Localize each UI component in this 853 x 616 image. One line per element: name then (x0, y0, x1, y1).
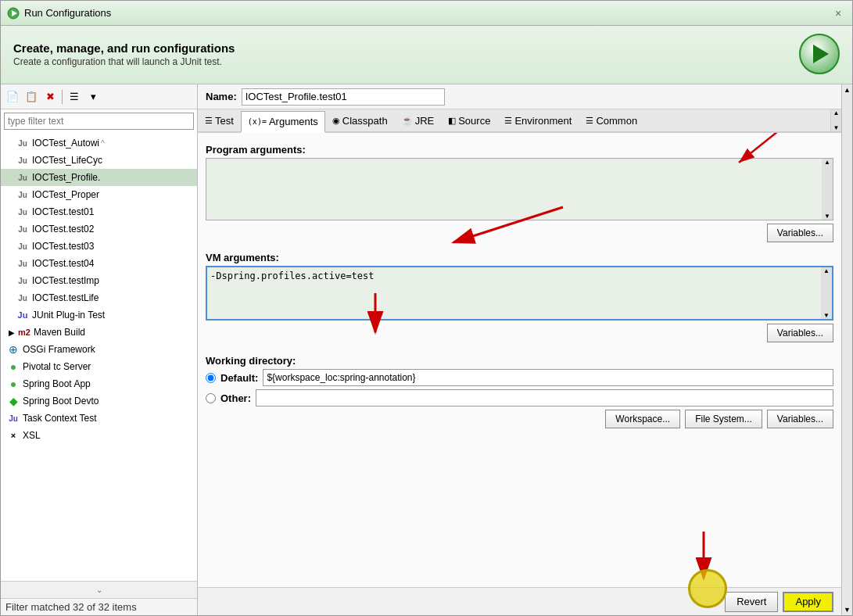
config-tree: Ju IOCTest_Autowi ^ Ju IOCTest_LifeCyc J… (1, 133, 197, 581)
tree-item-ioctest-test02[interactable]: Ju IOCTest.test02 (1, 220, 197, 238)
default-dir-input[interactable] (263, 369, 833, 386)
scroll-up-icon[interactable]: ▲ (824, 159, 830, 166)
tree-item-ioctest-test01[interactable]: Ju IOCTest.test01 (1, 203, 197, 220)
working-dir-buttons: Workspace... File System... Variables... (206, 410, 833, 428)
window-title: Run Configurations (24, 7, 830, 19)
scroll-up-icon[interactable]: ▲ (823, 267, 830, 274)
working-dir-section: Working directory: Default: Other: Works… (206, 352, 833, 428)
args-tab-icon: (x)= (248, 117, 267, 126)
content-scrollbar-up[interactable]: ▲ ▼ (830, 109, 841, 131)
tree-label: XSL (23, 430, 41, 441)
vm-args-scrollbar[interactable]: ▲ ▼ (821, 267, 832, 319)
right-scrollbar[interactable]: ▲ ▼ (841, 84, 852, 615)
tree-item-ioctest-testlife[interactable]: Ju IOCTest.testLife (1, 289, 197, 306)
tree-item-ioctest-testimp[interactable]: Ju IOCTest.testImp (1, 272, 197, 289)
new-config-button[interactable]: 📄 (4, 88, 21, 106)
scroll-indicator: ⌄ (1, 581, 197, 598)
run-button[interactable] (799, 34, 840, 74)
tree-label: Spring Boot Devto (23, 396, 99, 406)
tab-common[interactable]: ☰ Common (579, 109, 644, 131)
scroll-down-icon[interactable]: ▼ (823, 312, 830, 319)
tab-source-label: Source (458, 115, 490, 127)
tab-source[interactable]: ◧ Source (441, 109, 497, 131)
tabs-bar: ☰ Test (x)= Arguments ◉ Classpath ☕ JRE … (198, 109, 841, 133)
run-triangle-icon (813, 45, 829, 63)
classpath-tab-icon: ◉ (332, 116, 340, 126)
header-title: Create, manage, and run configurations (13, 41, 235, 55)
workspace-button[interactable]: Workspace... (605, 410, 680, 428)
tree-item-pivotal[interactable]: ● Pivotal tc Server (1, 358, 197, 375)
right-scroll-down-icon[interactable]: ▼ (842, 604, 852, 615)
vm-args-input[interactable]: -Dspring.profiles.active=test (207, 267, 821, 322)
expander-icon[interactable]: ▶ (7, 328, 16, 337)
tree-item-spring-boot[interactable]: ● Spring Boot App (1, 375, 197, 392)
vm-args-variables-button[interactable]: Variables... (767, 324, 833, 342)
ju-icon: Ju (16, 154, 29, 167)
tab-arguments-label: Arguments (269, 116, 318, 127)
tree-label: IOCTest_Proper (32, 189, 99, 200)
other-row: Other: (206, 389, 833, 406)
action-bar: Revert Apply (198, 587, 841, 615)
tab-jre[interactable]: ☕ JRE (395, 109, 442, 131)
tree-item-xsl[interactable]: × XSL (1, 427, 197, 444)
scroll-down-icon[interactable]: ▼ (824, 213, 830, 220)
left-panel: 📄 📋 ✖ ☰ ▾ Ju IOCTest_Autowi ^ Ju (1, 84, 198, 615)
program-args-buttons: Variables... (206, 224, 833, 242)
vm-args-label: VM arguments: (206, 252, 833, 263)
filter-input[interactable] (4, 113, 194, 130)
program-args-variables-button[interactable]: Variables... (767, 224, 833, 242)
sort-button[interactable]: ▾ (84, 88, 102, 106)
other-radio[interactable] (206, 393, 216, 403)
default-radio-label: Default: (220, 372, 258, 384)
tree-item-junit-plugin[interactable]: Ju JUnit Plug-in Test (1, 306, 197, 324)
tree-item-maven-build[interactable]: ▶ m2 Maven Build (1, 324, 197, 341)
window-icon (7, 7, 20, 20)
filesystem-button[interactable]: File System... (685, 410, 762, 428)
filter-button[interactable]: ☰ (66, 88, 83, 106)
close-button[interactable]: × (830, 5, 846, 21)
header-banner: Create, manage, and run configurations C… (1, 26, 852, 84)
ju-icon: Ju (16, 206, 29, 218)
program-args-wrapper: ▲ ▼ (206, 158, 833, 220)
spring-boot-icon: ● (7, 378, 20, 390)
name-label: Name: (206, 91, 237, 102)
other-dir-input[interactable] (256, 389, 833, 406)
tree-label: JUnit Plug-in Test (32, 310, 105, 321)
right-scroll-up-icon[interactable]: ▲ (842, 84, 852, 95)
tree-item-ioctest-test03[interactable]: Ju IOCTest.test03 (1, 238, 197, 255)
revert-button[interactable]: Revert (725, 592, 778, 612)
working-dir-variables-button[interactable]: Variables... (767, 410, 833, 428)
tab-environment[interactable]: ☰ Environment (497, 109, 579, 131)
tab-classpath[interactable]: ◉ Classpath (325, 109, 395, 131)
ju-icon: Ju (7, 412, 20, 424)
junit-plugin-icon: Ju (16, 309, 29, 321)
tree-item-ioctest-profile[interactable]: Ju IOCTest_Profile. (1, 169, 197, 186)
tab-test[interactable]: ☰ Test (198, 109, 241, 131)
name-input[interactable] (242, 88, 445, 106)
tab-arguments[interactable]: (x)= Arguments (241, 111, 325, 133)
ju-icon: Ju (16, 171, 29, 184)
tree-label: Spring Boot App (23, 378, 91, 389)
tree-item-ioctest-test04[interactable]: Ju IOCTest.test04 (1, 255, 197, 272)
program-args-label: Program arguments: (206, 144, 833, 156)
tree-item-task-context[interactable]: Ju Task Context Test (1, 410, 197, 427)
program-args-scrollbar[interactable]: ▲ ▼ (822, 159, 833, 220)
tree-label: IOCTest.testLife (32, 292, 99, 303)
tree-label: IOCTest_LifeCyc (32, 155, 102, 166)
delete-button[interactable]: ✖ (41, 88, 59, 106)
tree-item-osgi[interactable]: ⊕ OSGi Framework (1, 341, 197, 358)
default-radio[interactable] (206, 373, 216, 383)
tree-item-spring-devto[interactable]: ◆ Spring Boot Devto (1, 392, 197, 410)
program-args-input[interactable] (206, 159, 822, 221)
duplicate-button[interactable]: 📋 (23, 88, 40, 106)
ju-icon: Ju (16, 240, 29, 252)
footer-status: Filter matched 32 of 32 items (1, 598, 197, 615)
tree-label: IOCTest.testImp (32, 275, 99, 286)
apply-button[interactable]: Apply (783, 592, 833, 612)
run-configurations-window: Run Configurations × Create, manage, and… (0, 0, 853, 616)
tree-item-ioctest-autowi[interactable]: Ju IOCTest_Autowi ^ (1, 134, 197, 152)
osgi-icon: ⊕ (7, 343, 20, 356)
other-radio-label: Other: (220, 392, 251, 404)
tree-item-ioctest-proper[interactable]: Ju IOCTest_Proper (1, 186, 197, 203)
tree-item-ioctest-lifecyc[interactable]: Ju IOCTest_LifeCyc (1, 152, 197, 169)
